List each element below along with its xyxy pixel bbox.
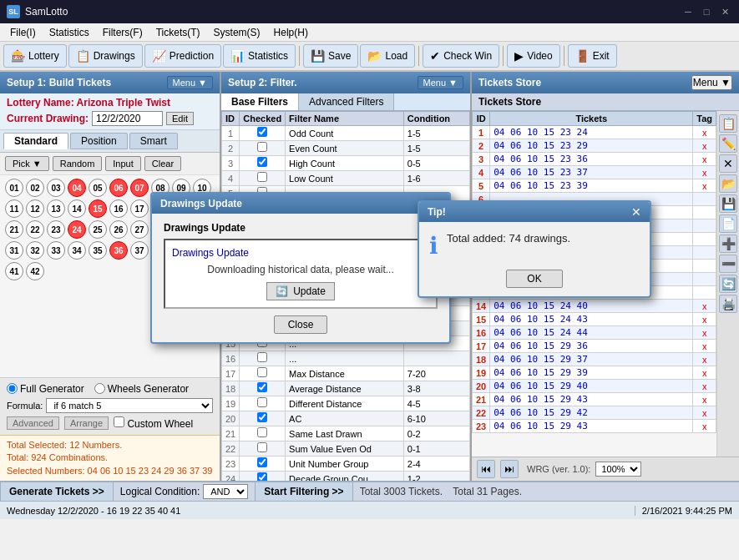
logical-condition-select[interactable]: AND OR <box>203 484 248 499</box>
num-14[interactable]: 14 <box>68 199 86 218</box>
num-01[interactable]: 01 <box>5 179 23 197</box>
num-33[interactable]: 33 <box>47 241 65 260</box>
num-27[interactable]: 27 <box>130 220 149 239</box>
toolbar-statistics[interactable]: 📊 Statistics <box>223 44 296 68</box>
ticket-action-8[interactable]: ➖ <box>719 255 737 273</box>
num-42[interactable]: 42 <box>26 262 44 280</box>
ticket-tag-cell[interactable]: x <box>693 126 716 139</box>
advanced-button[interactable]: Advanced <box>7 416 59 430</box>
ticket-action-6[interactable]: 📄 <box>719 214 737 233</box>
zoom-select[interactable]: 100% 75% 150% <box>595 462 641 477</box>
random-button[interactable]: Random <box>53 156 103 171</box>
ticket-tag-cell[interactable]: x <box>693 420 716 433</box>
drawing-date-input[interactable] <box>92 111 163 126</box>
num-05[interactable]: 05 <box>89 179 107 197</box>
filter-checkbox[interactable] <box>257 397 267 407</box>
menu-filters[interactable]: Filters(F) <box>96 25 149 40</box>
tip-close-x[interactable]: ✕ <box>631 205 641 219</box>
toolbar-lottery[interactable]: 🎰 Lottery <box>3 44 67 68</box>
generate-tickets-button[interactable]: Generate Tickets >> <box>0 482 114 502</box>
num-03[interactable]: 03 <box>47 179 65 197</box>
close-button[interactable]: ✕ <box>717 4 732 19</box>
num-13[interactable]: 13 <box>47 199 65 218</box>
num-02[interactable]: 02 <box>26 179 44 197</box>
arrange-button[interactable]: Arrange <box>64 416 109 430</box>
ticket-tag-cell[interactable]: x <box>693 313 716 326</box>
menu-tickets[interactable]: Tickets(T) <box>149 25 207 40</box>
toolbar-video[interactable]: ▶ Video <box>507 44 559 68</box>
filter-checkbox[interactable] <box>257 127 267 137</box>
filter-checkbox[interactable] <box>257 367 267 377</box>
filter-checkbox[interactable] <box>257 382 267 392</box>
num-41[interactable]: 41 <box>5 262 23 280</box>
ticket-action-2[interactable]: ✏️ <box>719 134 737 153</box>
tab-smart[interactable]: Smart <box>129 133 178 149</box>
num-37[interactable]: 37 <box>130 241 149 260</box>
full-generator-radio[interactable]: Full Generator <box>7 383 84 395</box>
nav-first[interactable]: ⏮ <box>477 460 495 478</box>
ticket-action-4[interactable]: 📂 <box>719 174 737 193</box>
tab-position[interactable]: Position <box>70 133 128 149</box>
filter-checkbox[interactable] <box>257 352 267 362</box>
ticket-tag-cell[interactable]: x <box>693 380 716 393</box>
num-15[interactable]: 15 <box>89 199 107 218</box>
nav-last[interactable]: ⏭ <box>500 460 519 478</box>
filter-checkbox[interactable] <box>257 172 267 182</box>
num-24[interactable]: 24 <box>68 220 86 239</box>
filter-tab-base[interactable]: Base Filters <box>221 93 299 110</box>
num-31[interactable]: 31 <box>5 241 23 260</box>
ticket-tag-cell[interactable]: x <box>693 139 716 153</box>
ticket-tag-cell[interactable]: x <box>693 340 716 353</box>
num-34[interactable]: 34 <box>68 241 86 260</box>
num-23[interactable]: 23 <box>47 220 65 239</box>
custom-wheel-checkbox[interactable] <box>114 416 124 427</box>
middle-panel-menu-btn[interactable]: Menu ▼ <box>418 76 463 89</box>
ticket-tag-cell[interactable]: x <box>693 153 716 166</box>
pick-button[interactable]: Pick ▼ <box>5 156 49 171</box>
num-36[interactable]: 36 <box>109 241 128 260</box>
num-25[interactable]: 25 <box>89 220 107 239</box>
ticket-action-10[interactable]: 🖨️ <box>719 295 737 313</box>
tip-ok-button[interactable]: OK <box>506 270 562 288</box>
num-17[interactable]: 17 <box>130 199 149 218</box>
ticket-tag-cell[interactable]: x <box>693 366 716 380</box>
num-16[interactable]: 16 <box>109 199 128 218</box>
drawings-close-button[interactable]: Close <box>274 315 328 334</box>
ticket-tag-cell[interactable]: x <box>693 166 716 179</box>
num-04[interactable]: 04 <box>68 179 86 197</box>
menu-statistics[interactable]: Statistics <box>43 25 96 40</box>
filter-tab-advanced[interactable]: Advanced Filters <box>299 93 394 110</box>
wheels-generator-input[interactable] <box>94 383 105 394</box>
num-22[interactable]: 22 <box>26 220 44 239</box>
left-panel-menu-btn[interactable]: Menu ▼ <box>167 76 213 89</box>
filter-checkbox[interactable] <box>257 427 267 437</box>
input-button[interactable]: Input <box>105 156 140 171</box>
num-07[interactable]: 07 <box>130 179 149 197</box>
toolbar-exit[interactable]: 🚪 Exit <box>568 44 617 68</box>
filter-checkbox[interactable] <box>257 157 267 167</box>
ticket-tag-cell[interactable]: x <box>693 326 716 340</box>
maximize-button[interactable]: □ <box>699 4 714 19</box>
toolbar-checkwin[interactable]: ✔ Check Win <box>423 44 499 68</box>
ticket-tag-cell[interactable]: x <box>693 353 716 366</box>
tickets-menu-btn[interactable]: Menu ▼ <box>691 75 732 90</box>
edit-button[interactable]: Edit <box>166 112 194 125</box>
toolbar-drawings[interactable]: 📋 Drawings <box>68 44 143 68</box>
num-21[interactable]: 21 <box>5 220 23 239</box>
num-32[interactable]: 32 <box>26 241 44 260</box>
ticket-action-7[interactable]: ➕ <box>719 235 737 253</box>
tab-standard[interactable]: Standard <box>3 133 68 149</box>
num-06[interactable]: 06 <box>109 179 128 197</box>
num-11[interactable]: 11 <box>5 199 23 218</box>
ticket-action-1[interactable]: 📋 <box>719 114 737 133</box>
filter-checkbox[interactable] <box>257 142 267 152</box>
menu-file[interactable]: File(I) <box>3 25 43 40</box>
full-generator-input[interactable] <box>7 383 18 394</box>
ticket-tag-cell[interactable]: x <box>693 406 716 420</box>
menu-help[interactable]: Help(H) <box>267 25 315 40</box>
formula-select[interactable]: if 6 match 5 <box>46 398 213 413</box>
ticket-tag-cell[interactable]: x <box>693 300 716 313</box>
ticket-tag-cell[interactable]: x <box>693 393 716 406</box>
clear-button[interactable]: Clear <box>144 156 181 171</box>
minimize-button[interactable]: ─ <box>681 4 696 19</box>
